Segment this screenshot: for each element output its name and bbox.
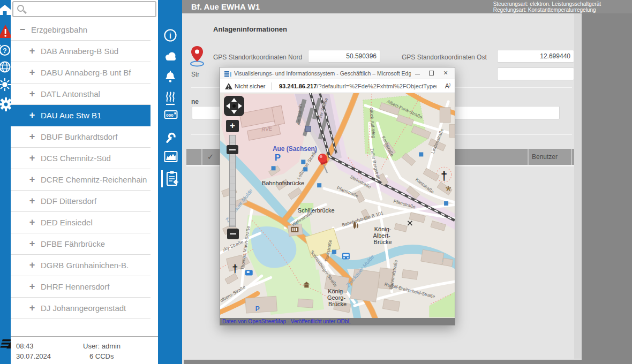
map-label: Bahnhofsbrücke (262, 180, 304, 186)
tree-item-dau[interactable]: +DAU Aue Stw B1 (11, 105, 151, 126)
tree-item-dabu[interactable]: +DABU Annaberg-B unt Bf (11, 62, 151, 84)
tree-item-label: DAU Aue Stw B1 (41, 111, 101, 120)
search-box (12, 1, 156, 17)
zoom-out-button[interactable] (227, 229, 239, 239)
tree-item-dbuf[interactable]: +DBUF Burkhardtsdorf (11, 126, 151, 148)
map-poi-blue-square (444, 201, 448, 206)
report-clipboard-icon[interactable] (164, 170, 177, 183)
map-label: Albert- (373, 232, 391, 239)
expand-icon[interactable]: + (27, 195, 37, 207)
map-poi-blue-square (317, 183, 321, 187)
expand-icon[interactable]: + (27, 110, 37, 121)
popup-titlebar[interactable]: Visualisierungs- und Informationssystem … (220, 67, 455, 79)
map-label: Schillerbrücke (298, 207, 335, 214)
map-poi-blue-square (301, 160, 305, 164)
tree-item-erzgebirgsbahn[interactable]: −Erzgebirgsbahn (11, 19, 151, 41)
tree-item-dcs[interactable]: +DCS Chemnitz-Süd (11, 148, 151, 169)
expand-icon[interactable]: + (27, 238, 37, 249)
footer-user: User: admin (83, 341, 121, 351)
tree-item-label: DHRF Hennersdorf (41, 282, 109, 291)
alarm-bell-icon[interactable] (164, 70, 177, 83)
map-poi-asterisk: * (446, 183, 452, 199)
tree-item-label: Erzgebirgsbahn (31, 25, 87, 34)
svg-text:*: * (446, 183, 452, 199)
wrench-icon[interactable] (164, 131, 177, 144)
heating-icon[interactable] (164, 91, 177, 104)
map-poi-station-square (305, 126, 311, 132)
tree-item-dfbe[interactable]: +DFBE Fährbrücke (11, 233, 151, 255)
tree-item-label: DJ Johanngeorgenstadt (41, 304, 126, 313)
gps-north-input[interactable] (308, 50, 380, 63)
name-label-partial: ne (191, 98, 199, 105)
bottom-border-strip (184, 360, 632, 364)
trend-chart-icon[interactable] (164, 150, 177, 163)
info-icon[interactable]: i (164, 28, 177, 41)
window-backdrop (582, 13, 632, 364)
gps-east-input[interactable] (497, 50, 574, 63)
edge-app-icon (224, 70, 231, 80)
tree-item-dj[interactable]: +DJ Johanngeorgenstadt (11, 298, 151, 319)
map-label: Brücke (328, 301, 347, 307)
pan-right-arrow[interactable] (238, 103, 242, 109)
browser-url-bar[interactable]: Nicht sicher 93.241.86.217/?defaulturl=%… (220, 79, 455, 93)
expand-icon[interactable]: + (27, 217, 37, 228)
zoom-slider-handle[interactable] (227, 145, 238, 154)
maximize-button[interactable] (425, 67, 439, 79)
svg-text:P: P (255, 305, 260, 313)
sidebar-footer: 08:43 30.07.2024 User: admin 6 CCDs (11, 336, 158, 364)
tree-item-dgrb[interactable]: +DGRB Grünhainichen-B. (11, 255, 151, 276)
tree-item-dhrf[interactable]: +DHRF Hennersdorf (11, 276, 151, 298)
pan-center-dot (232, 104, 236, 108)
expand-icon[interactable]: + (27, 260, 37, 271)
map-poi-parking-sm: P (255, 305, 260, 313)
energy-meter-icon[interactable]: 000 (164, 109, 177, 122)
map-label: RVE (261, 126, 273, 133)
column-separator (571, 149, 572, 165)
station-tree: −Erzgebirgsbahn+DAB Annaberg-B Süd+DABU … (11, 19, 151, 319)
pan-left-arrow[interactable] (226, 103, 230, 109)
tree-item-label: DAB Annaberg-B Süd (41, 47, 118, 56)
tool-rail: i 000 (158, 0, 182, 364)
pan-up-arrow[interactable] (231, 98, 237, 102)
benutzer-column-header[interactable]: Benutzer (532, 153, 558, 161)
map-poi-museum (291, 227, 298, 232)
map-pan-control[interactable] (224, 96, 244, 116)
osm-map-viewport[interactable]: zer StraßeAm BahnhAlbert-Funk-StraßeGlüc… (220, 93, 455, 318)
tree-item-label: DFBE Fährbrücke (41, 239, 105, 248)
expand-icon[interactable]: + (27, 174, 37, 185)
scada-application: ? −Erzgebirgsbahn+DAB Annaberg-B Süd+DAB… (0, 0, 632, 364)
read-aloud-icon[interactable]: A) (445, 82, 450, 90)
map-poi-circled-cross: † (441, 169, 447, 183)
check-column-icon: ✓ (202, 152, 219, 162)
expand-icon[interactable]: + (27, 153, 37, 164)
search-input[interactable] (27, 2, 155, 16)
control-mode-info: Steuerungsart: elektron. Leistungsschalt… (493, 1, 601, 13)
tree-item-dab[interactable]: +DAB Annaberg-B Süd (11, 41, 151, 62)
expand-icon[interactable]: + (27, 302, 37, 314)
osm-attribution-bar[interactable]: Daten von OpenStreetMap - Veröffentlicht… (220, 318, 455, 325)
zoom-in-button[interactable]: + (226, 120, 239, 132)
tree-item-ded[interactable]: +DED Einsiedel (11, 212, 151, 233)
tree-item-ddf[interactable]: +DDF Dittersdorf (11, 191, 151, 212)
expand-icon[interactable]: + (27, 46, 37, 57)
tree-item-dcre[interactable]: +DCRE Chemnitz-Reichenhain (11, 169, 151, 191)
expand-icon[interactable]: + (27, 131, 37, 142)
gps-location-icon (189, 45, 207, 70)
weather-cloud-icon[interactable] (164, 50, 177, 63)
vertical-scrollbar[interactable] (574, 13, 582, 359)
secondary-input[interactable] (497, 67, 574, 80)
svg-text:†: † (232, 263, 238, 275)
collapse-icon[interactable]: − (17, 24, 28, 35)
osm-map[interactable]: zer StraßeAm BahnhAlbert-Funk-StraßeGlüc… (220, 93, 455, 318)
close-button[interactable]: × (439, 67, 453, 79)
expand-icon[interactable]: + (27, 88, 37, 100)
search-icon (17, 5, 24, 12)
url-text[interactable]: 93.241.86.217/?defaulturl=%2Fde%2Fxhtml%… (279, 83, 437, 89)
minimize-button[interactable] (411, 67, 425, 79)
expand-icon[interactable]: + (27, 67, 37, 78)
url-host: 93.241.86.217 (279, 83, 317, 89)
svg-text:000: 000 (166, 113, 174, 118)
expand-icon[interactable]: + (27, 281, 37, 292)
tree-item-datl[interactable]: +DATL Antonsthal (11, 84, 151, 105)
pan-down-arrow[interactable] (231, 110, 237, 114)
